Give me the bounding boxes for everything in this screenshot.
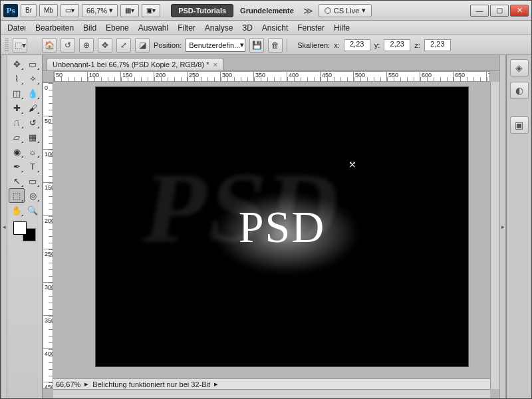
zoom-dropdown[interactable]: 66,7% ▾ <box>82 4 118 17</box>
scale-y-field[interactable]: 2,23 <box>384 39 410 51</box>
minimize-button[interactable]: — <box>470 5 489 17</box>
zoom-tool[interactable]: 🔍 <box>25 203 41 217</box>
marquee-tool[interactable]: ▭ <box>25 57 41 71</box>
3d-camera-tool[interactable]: ◎ <box>25 188 41 203</box>
menu-datei[interactable]: Datei <box>7 23 26 33</box>
toolbox: ✥▭ ⌇✧ ◫💧 ✚🖌 ⎍↺ ▱▦ ◉☼ ✒T ↖▭ ⬚◎ ✋🔍 <box>7 55 43 398</box>
pen-tool[interactable]: ✒ <box>9 159 25 174</box>
ruler-horizontal[interactable]: 5010015020025030035040045050055060065070… <box>53 71 490 82</box>
status-zoom[interactable]: 66,67% <box>56 380 80 388</box>
delete-preset-icon[interactable]: 🗑 <box>268 38 283 53</box>
status-bar: 66,67% ▸ Belichtung funktioniert nur bei… <box>53 378 490 389</box>
crop-tool[interactable]: ◫ <box>9 86 25 100</box>
menu-ebene[interactable]: Ebene <box>106 23 129 33</box>
brush-tool[interactable]: 🖌 <box>25 100 41 115</box>
3d-cursor-icon: ⤧ <box>348 159 356 170</box>
y-label: y: <box>374 41 380 49</box>
collapse-right[interactable]: ▸ <box>499 55 506 398</box>
adjustments-panel-icon[interactable]: ◐ <box>510 82 529 99</box>
menu-hilfe[interactable]: Hilfe <box>334 23 350 33</box>
menu-analyse[interactable]: Analyse <box>205 23 233 33</box>
app-logo[interactable]: Ps <box>3 4 18 17</box>
tab-close-icon[interactable]: × <box>213 61 217 68</box>
opt-scale-icon[interactable]: ⤢ <box>116 38 131 53</box>
opt-pan-icon[interactable]: ✥ <box>98 38 112 53</box>
collapse-left[interactable]: ◂ <box>1 55 7 398</box>
eyedropper-tool[interactable]: 💧 <box>25 86 41 100</box>
grip-icon[interactable] <box>5 39 9 52</box>
canvas[interactable]: PSD PSD ⤧ <box>96 87 468 366</box>
menubar: Datei Bearbeiten Bild Ebene Auswahl Filt… <box>1 21 531 35</box>
tool-preset-button[interactable]: ⬚▾ <box>13 38 27 53</box>
save-preset-icon[interactable]: 💾 <box>249 38 264 53</box>
titlebar: Ps Br Mb ▭▾ 66,7% ▾ ▦▾ ▣▾ PSD-Tutorials … <box>1 1 531 21</box>
canvas-text: PSD <box>239 201 326 253</box>
gradient-tool[interactable]: ▦ <box>25 130 41 144</box>
workspace-tab-grundelemente[interactable]: Grundelemente <box>236 7 298 15</box>
position-dropdown[interactable]: Benutzerdefin...▾ <box>186 39 245 52</box>
ruler-vertical[interactable]: 050100150200250300350400450 <box>43 82 53 389</box>
bridge-button[interactable]: Br <box>21 4 37 17</box>
close-button[interactable]: ✕ <box>510 5 529 17</box>
move-tool[interactable]: ✥ <box>9 57 25 71</box>
menu-bearbeiten[interactable]: Bearbeiten <box>35 23 74 33</box>
menu-ansicht[interactable]: Ansicht <box>262 23 288 33</box>
wand-tool[interactable]: ✧ <box>25 71 41 86</box>
shape-tool[interactable]: ▭ <box>25 174 41 188</box>
hand-tool[interactable]: ✋ <box>9 203 25 217</box>
status-arrow2-icon[interactable]: ▸ <box>214 380 218 388</box>
x-label: x: <box>334 41 340 49</box>
menu-filter[interactable]: Filter <box>178 23 196 33</box>
main: ◂ ✥▭ ⌇✧ ◫💧 ✚🖌 ⎍↺ ▱▦ ◉☼ ✒T ↖▭ ⬚◎ ✋🔍 Unben… <box>1 55 531 398</box>
menu-bild[interactable]: Bild <box>83 23 96 33</box>
options-bar: ⬚▾ 🏠 ↺ ⊕ ✥ ⤢ ◪ Position: Benutzerdefin..… <box>1 35 531 55</box>
layers-panel-icon[interactable]: ◈ <box>510 59 529 76</box>
lasso-tool[interactable]: ⌇ <box>9 71 25 86</box>
eraser-tool[interactable]: ▱ <box>9 130 25 144</box>
scale-z-field[interactable]: 2,23 <box>424 39 451 51</box>
menu-auswahl[interactable]: Auswahl <box>138 23 168 33</box>
maximize-button[interactable]: ▢ <box>490 5 509 17</box>
screen-mode-button[interactable]: ▭▾ <box>61 4 79 17</box>
dodge-tool[interactable]: ☼ <box>25 144 41 159</box>
status-msg: Belichtung funktioniert nur bei 32-Bit <box>92 380 210 388</box>
menu-3d[interactable]: 3D <box>243 23 253 33</box>
color-swatch[interactable] <box>13 221 36 241</box>
document-tab[interactable]: Unbenannt-1 bei 66,7% (PSD Kopie 2, RGB/… <box>47 58 223 70</box>
paths-panel-icon[interactable]: ▣ <box>510 116 529 134</box>
editor: 5010015020025030035040045050055060065070… <box>43 70 499 398</box>
position-label: Position: <box>154 41 182 49</box>
3d-tool[interactable]: ⬚ <box>9 188 25 203</box>
extras-button[interactable]: ▣▾ <box>142 4 160 17</box>
opt-rotate-icon[interactable]: ↺ <box>61 38 75 53</box>
arrange-button[interactable]: ▦▾ <box>120 4 139 17</box>
menu-fenster[interactable]: Fenster <box>297 23 325 33</box>
history-brush-tool[interactable]: ↺ <box>25 115 41 130</box>
type-tool[interactable]: T <box>25 159 41 174</box>
opt-3d-icon[interactable]: ◪ <box>135 38 150 53</box>
opt-home-icon[interactable]: 🏠 <box>42 38 57 53</box>
scale-label: Skalieren: <box>297 41 330 49</box>
z-label: z: <box>414 41 420 49</box>
scrollbar-horizontal[interactable] <box>53 389 490 398</box>
scale-x-field[interactable]: 2,23 <box>344 39 370 51</box>
blur-tool[interactable]: ◉ <box>9 144 25 159</box>
heal-tool[interactable]: ✚ <box>9 100 25 115</box>
workspace-tab-psdtutorials[interactable]: PSD-Tutorials <box>171 4 233 17</box>
right-dock: ◈ ◐ ▣ <box>506 55 531 398</box>
opt-orbit-icon[interactable]: ⊕ <box>79 38 94 53</box>
cslive-button[interactable]: CS Live▾ <box>319 4 372 17</box>
path-tool[interactable]: ↖ <box>9 174 25 188</box>
editor-wrap: Unbenannt-1 bei 66,7% (PSD Kopie 2, RGB/… <box>43 55 499 398</box>
workspace-more-icon[interactable]: ≫ <box>301 5 316 16</box>
stamp-tool[interactable]: ⎍ <box>9 115 25 130</box>
minibridge-button[interactable]: Mb <box>39 4 58 17</box>
scrollbar-vertical[interactable] <box>490 82 499 389</box>
status-arrow-icon[interactable]: ▸ <box>84 380 88 388</box>
